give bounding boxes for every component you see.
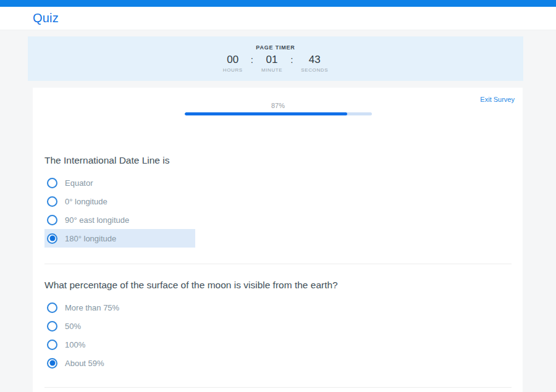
timer-minutes-cell: 01 MINUTE xyxy=(261,54,282,73)
question-block-1: The International Date Line is Equator 0… xyxy=(44,155,512,248)
radio-option-selected[interactable]: 180° longitude xyxy=(44,229,195,248)
progress-percent-label: 87% xyxy=(185,102,372,109)
radio-option-label: About 59% xyxy=(65,359,104,368)
radio-checked-icon[interactable] xyxy=(47,358,57,369)
radio-option[interactable]: 50% xyxy=(44,317,195,335)
timer-hours-value: 00 xyxy=(227,54,238,65)
question-block-2: What percentage of the surface of the mo… xyxy=(44,280,512,372)
page-timer-label: PAGE TIMER xyxy=(28,44,523,51)
page-timer-values: 00 HOURS : 01 MINUTE : 43 SECONDS xyxy=(28,54,523,73)
question-1-title: The International Date Line is xyxy=(44,155,512,166)
radio-option[interactable]: More than 75% xyxy=(44,298,195,317)
timer-hours-cell: 00 HOURS xyxy=(223,54,243,73)
survey-card: Exit Survey 87% The International Date L… xyxy=(33,88,523,392)
radio-option-label: 90° east longitude xyxy=(65,215,129,225)
question-divider xyxy=(44,264,512,264)
radio-option-label: 100% xyxy=(65,340,85,349)
radio-option[interactable]: Equator xyxy=(44,173,195,192)
timer-seconds-unit: SECONDS xyxy=(301,67,328,73)
timer-seconds-cell: 43 SECONDS xyxy=(301,54,328,73)
page-timer-panel: PAGE TIMER 00 HOURS : 01 MINUTE : 43 SEC… xyxy=(28,36,523,81)
radio-icon[interactable] xyxy=(47,321,57,332)
timer-colon: : xyxy=(251,54,253,65)
radio-icon[interactable] xyxy=(47,340,57,350)
radio-option[interactable]: 100% xyxy=(44,335,195,354)
radio-option-label: 50% xyxy=(65,322,81,331)
timer-seconds-value: 43 xyxy=(309,54,321,65)
radio-option-label: 180° longitude xyxy=(65,234,116,243)
bottom-divider xyxy=(44,387,512,388)
radio-option-label: Equator xyxy=(65,178,93,188)
page-title: Quiz xyxy=(33,11,59,25)
progress-bar-track xyxy=(185,112,372,115)
radio-option-selected[interactable]: About 59% xyxy=(44,354,195,372)
radio-icon[interactable] xyxy=(47,196,57,207)
progress-section: 87% xyxy=(185,102,372,115)
progress-fill xyxy=(185,112,348,115)
page-header: Quiz xyxy=(0,7,556,30)
question-2-title: What percentage of the surface of the mo… xyxy=(44,280,512,291)
radio-checked-icon[interactable] xyxy=(47,233,57,244)
question-1-options: Equator 0° longitude 90° east longitude … xyxy=(44,173,512,248)
radio-option[interactable]: 0° longitude xyxy=(44,192,195,211)
question-2-options: More than 75% 50% 100% About 59% xyxy=(44,298,512,372)
timer-minutes-value: 01 xyxy=(266,54,278,65)
exit-survey-link[interactable]: Exit Survey xyxy=(480,96,515,103)
timer-minutes-unit: MINUTE xyxy=(261,67,282,73)
radio-option-label: 0° longitude xyxy=(65,197,107,206)
radio-option[interactable]: 90° east longitude xyxy=(44,211,195,229)
radio-option-label: More than 75% xyxy=(65,303,119,312)
radio-icon[interactable] xyxy=(47,215,57,225)
top-accent-bar xyxy=(0,0,556,7)
radio-icon[interactable] xyxy=(47,302,57,313)
timer-colon: : xyxy=(290,54,293,65)
timer-hours-unit: HOURS xyxy=(223,67,243,73)
radio-icon[interactable] xyxy=(47,178,57,188)
